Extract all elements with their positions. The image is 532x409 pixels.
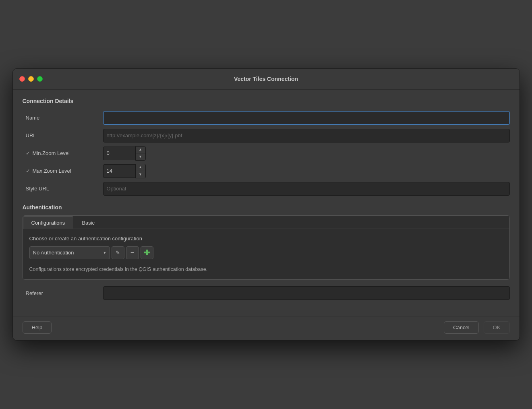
connection-form: Name URL ✓ Min.Zoom Level xyxy=(23,109,510,198)
min-zoom-up[interactable]: ▲ xyxy=(136,147,145,153)
url-input-cell xyxy=(103,127,510,145)
edit-icon: ✎ xyxy=(116,250,120,256)
name-input-cell xyxy=(103,109,510,127)
name-label: Name xyxy=(23,109,103,127)
min-zoom-row: ✓ Min.Zoom Level 0 ▲ ▼ xyxy=(23,145,510,162)
min-zoom-input-cell: 0 ▲ ▼ xyxy=(103,145,510,162)
url-label: URL xyxy=(23,127,103,145)
max-zoom-input-cell: ▲ ▼ xyxy=(103,162,510,180)
authentication-header: Authentication xyxy=(23,204,510,211)
max-zoom-label: Max.Zoom Level xyxy=(33,168,71,174)
traffic-lights xyxy=(19,76,43,82)
style-url-label: Style URL xyxy=(23,180,103,198)
min-zoom-input[interactable]: 0 xyxy=(103,147,135,160)
auth-note: Configurations store encrypted credentia… xyxy=(29,266,503,273)
dialog-content: Connection Details Name URL ✓ xyxy=(13,90,520,316)
max-zoom-spinner: ▲ ▼ xyxy=(135,164,146,178)
auth-controls: No Authentication ✎ − ✚ xyxy=(29,246,503,259)
plus-icon: ✚ xyxy=(144,248,150,257)
auth-remove-button[interactable]: − xyxy=(126,246,139,259)
min-zoom-down[interactable]: ▼ xyxy=(136,153,145,160)
main-window: Vector Tiles Connection Connection Detai… xyxy=(12,68,520,341)
footer-right-buttons: Cancel OK xyxy=(444,321,509,334)
url-input[interactable] xyxy=(103,129,510,143)
name-input[interactable] xyxy=(103,111,510,125)
authentication-section: Authentication Configurations Basic Choo… xyxy=(23,204,510,280)
help-button[interactable]: Help xyxy=(23,321,52,334)
connection-details-header: Connection Details xyxy=(23,98,510,104)
minimize-button[interactable] xyxy=(28,76,34,82)
auth-dropdown-wrapper: No Authentication xyxy=(29,246,110,259)
max-zoom-up[interactable]: ▲ xyxy=(136,164,145,171)
auth-edit-button[interactable]: ✎ xyxy=(112,246,124,259)
window-title: Vector Tiles Connection xyxy=(234,76,298,82)
max-zoom-input[interactable] xyxy=(103,164,135,178)
style-url-input-cell xyxy=(103,180,510,198)
max-zoom-checkbox-icon: ✓ xyxy=(26,168,30,174)
name-row: Name xyxy=(23,109,510,127)
max-zoom-down[interactable]: ▼ xyxy=(136,171,145,178)
referer-label: Referer xyxy=(23,290,103,296)
auth-box: Configurations Basic Choose or create an… xyxy=(23,215,510,280)
cancel-button[interactable]: Cancel xyxy=(444,321,478,334)
tab-configurations[interactable]: Configurations xyxy=(23,216,74,229)
config-description: Choose or create an authentication confi… xyxy=(29,235,503,242)
auth-add-button[interactable]: ✚ xyxy=(141,246,153,259)
configurations-tab-content: Choose or create an authentication confi… xyxy=(23,229,509,280)
min-zoom-control: 0 ▲ ▼ xyxy=(103,146,510,161)
tab-basic[interactable]: Basic xyxy=(73,216,103,229)
max-zoom-label-cell: ✓ Max.Zoom Level xyxy=(23,162,103,180)
auth-dropdown[interactable]: No Authentication xyxy=(29,246,110,259)
min-zoom-label: Min.Zoom Level xyxy=(33,150,70,156)
minus-icon: − xyxy=(130,249,134,256)
footer: Help Cancel OK xyxy=(13,316,520,340)
max-zoom-control: ▲ ▼ xyxy=(103,164,510,178)
max-zoom-row: ✓ Max.Zoom Level ▲ ▼ xyxy=(23,162,510,180)
ok-button[interactable]: OK xyxy=(484,321,510,334)
titlebar: Vector Tiles Connection xyxy=(13,69,520,90)
referer-row: Referer xyxy=(23,286,510,300)
auth-tabs: Configurations Basic xyxy=(23,216,509,229)
close-button[interactable] xyxy=(19,76,25,82)
style-url-input[interactable] xyxy=(103,182,510,196)
min-zoom-label-cell: ✓ Min.Zoom Level xyxy=(23,145,103,162)
maximize-button[interactable] xyxy=(37,76,43,82)
referer-input[interactable] xyxy=(103,286,510,300)
min-zoom-spinner: ▲ ▼ xyxy=(135,146,146,161)
url-row: URL xyxy=(23,127,510,145)
style-url-row: Style URL xyxy=(23,180,510,198)
min-zoom-checkbox-icon: ✓ xyxy=(26,150,30,156)
